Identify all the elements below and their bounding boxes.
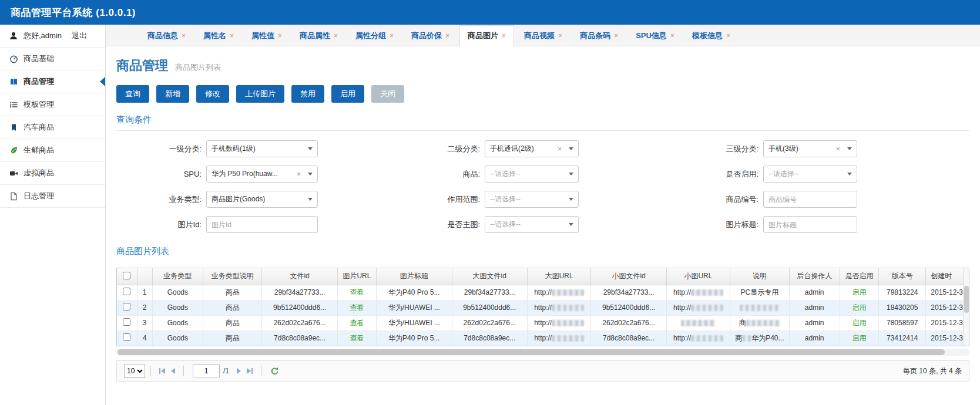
edit-button[interactable]: 修改: [196, 85, 229, 103]
next-page-button[interactable]: [234, 366, 244, 376]
close-icon[interactable]: ×: [726, 32, 730, 39]
close-button[interactable]: 关闭: [371, 85, 404, 103]
sidebar-item-car-product[interactable]: 汽车商品: [0, 116, 105, 139]
sidebar-item-label: 商品管理: [24, 76, 54, 87]
tab-product-attr[interactable]: 商品属性×: [292, 25, 345, 46]
tab-label: 商品信息: [147, 31, 178, 41]
image-title-input[interactable]: [763, 216, 857, 233]
tab-attr-name[interactable]: 属性名×: [196, 25, 241, 46]
col-header: 是否启用: [840, 268, 878, 285]
tab-label: 商品属性: [300, 31, 330, 41]
document-icon: [9, 191, 18, 201]
col-header: 大图URL: [527, 268, 590, 285]
page-subtitle: 商品图片列表: [175, 62, 221, 73]
view-link[interactable]: 查看: [350, 288, 364, 296]
close-icon[interactable]: ×: [614, 32, 618, 39]
dropdown-arrow-icon: [569, 173, 573, 176]
close-icon[interactable]: ×: [502, 32, 506, 39]
tab-spu-info[interactable]: SPU信息×: [628, 25, 682, 46]
select-scope[interactable]: --请选择--: [485, 191, 579, 208]
select-category-level1[interactable]: 手机数码(1级): [206, 140, 318, 157]
app-title: 商品管理平台系统 (1.0.0.1): [11, 6, 136, 19]
view-link[interactable]: 查看: [350, 303, 364, 312]
image-id-input[interactable]: [206, 216, 318, 233]
query-button[interactable]: 查询: [116, 85, 149, 103]
row-checkbox[interactable]: [123, 318, 130, 326]
horizontal-scrollbar[interactable]: [116, 349, 969, 356]
sidebar-item-virtual-product[interactable]: 虚拟商品: [0, 162, 105, 185]
col-header: 业务类型说明: [203, 268, 262, 285]
sidebar-item-product-manage[interactable]: 商品管理: [0, 70, 105, 93]
row-checkbox[interactable]: [123, 333, 130, 341]
disable-button[interactable]: 禁用: [291, 85, 324, 103]
refresh-icon[interactable]: [270, 367, 279, 376]
close-icon[interactable]: ×: [390, 32, 394, 39]
combo-value: 手机(3级): [768, 144, 834, 154]
separator: [183, 366, 184, 376]
sidebar-item-log-manage[interactable]: 日志管理: [0, 185, 105, 208]
tab-attr-group[interactable]: 属性分组×: [348, 25, 401, 46]
view-link[interactable]: 查看: [350, 319, 364, 327]
first-page-button[interactable]: [156, 366, 168, 376]
page-input[interactable]: [193, 365, 220, 377]
select-business-type[interactable]: 商品图片(Goods): [206, 191, 318, 208]
sidebar-item-label: 模板管理: [24, 99, 54, 110]
tab-attr-value[interactable]: 属性值×: [244, 25, 290, 46]
combo-value: 华为 P50 Pro(huaw...: [212, 169, 294, 179]
enable-button[interactable]: 启用: [331, 85, 364, 103]
sidebar-item-fresh-product[interactable]: 生鲜商品: [0, 139, 105, 162]
scrollbar-thumb[interactable]: [964, 286, 969, 313]
vertical-scrollbar[interactable]: [963, 268, 969, 346]
select-spu[interactable]: 华为 P50 Pro(huaw... ×: [206, 166, 318, 183]
tab-product-image[interactable]: 商品图片×: [459, 25, 514, 46]
prev-page-button[interactable]: [168, 366, 178, 376]
field-label: 三级分类:: [673, 144, 759, 154]
scrollbar-thumb[interactable]: [118, 349, 945, 355]
select-enabled[interactable]: --请选择--: [763, 166, 857, 183]
last-page-button[interactable]: [244, 366, 256, 376]
page-size-select[interactable]: 10: [124, 364, 145, 378]
tab-product-info[interactable]: 商品信息×: [140, 25, 193, 46]
tab-price-protect[interactable]: 商品价保×: [404, 25, 457, 46]
dropdown-arrow-icon: [569, 223, 573, 226]
field-label: SPU:: [116, 170, 202, 178]
status-enabled: 启用: [852, 334, 866, 342]
select-category-level2[interactable]: 手机通讯(2级) ×: [485, 140, 579, 157]
upload-image-button[interactable]: 上传图片: [236, 85, 284, 103]
col-header: 版本号: [879, 268, 926, 285]
clear-icon[interactable]: ×: [297, 170, 301, 178]
dropdown-arrow-icon: [308, 198, 313, 201]
row-checkbox[interactable]: [123, 303, 130, 310]
close-icon[interactable]: ×: [445, 32, 449, 39]
tab-product-video[interactable]: 商品视频×: [516, 25, 570, 46]
close-icon[interactable]: ×: [558, 32, 562, 39]
logout-link[interactable]: 退出: [72, 31, 87, 41]
view-link[interactable]: 查看: [350, 334, 364, 342]
tab-product-barcode[interactable]: 商品条码×: [572, 25, 626, 46]
tab-template-info[interactable]: 模板信息×: [684, 25, 738, 46]
close-icon[interactable]: ×: [334, 32, 338, 39]
row-checkbox[interactable]: [123, 288, 130, 295]
select-category-level3[interactable]: 手机(3级) ×: [763, 140, 857, 157]
close-icon[interactable]: ×: [182, 32, 186, 39]
sidebar: 您好,admin 退出 商品基础 商品管理 模板管理 汽车商品: [0, 25, 106, 405]
list-icon: [9, 100, 18, 109]
add-button[interactable]: 新增: [156, 85, 189, 103]
combo-value: --请选择--: [768, 169, 844, 179]
sidebar-item-product-basic[interactable]: 商品基础: [0, 48, 105, 70]
select-product[interactable]: --请选择--: [485, 166, 579, 183]
product-image-table-wrap: 业务类型 业务类型说明 文件id 图片URL 图片标题 大图文件id 大图URL…: [116, 268, 969, 346]
close-icon[interactable]: ×: [230, 32, 234, 39]
combo-value: 手机数码(1级): [212, 144, 304, 154]
close-icon[interactable]: ×: [670, 32, 674, 39]
product-code-input[interactable]: [763, 191, 857, 208]
sidebar-item-template-manage[interactable]: 模板管理: [0, 93, 105, 116]
close-icon[interactable]: ×: [278, 32, 282, 39]
combo-value: --请选择--: [490, 194, 565, 204]
field-label: 商品:: [395, 169, 480, 180]
clear-icon[interactable]: ×: [836, 145, 840, 153]
select-is-main-image[interactable]: --请选择--: [485, 216, 579, 233]
sidebar-item-label: 虚拟商品: [24, 168, 54, 178]
select-all-checkbox[interactable]: [123, 272, 130, 279]
clear-icon[interactable]: ×: [558, 145, 562, 153]
